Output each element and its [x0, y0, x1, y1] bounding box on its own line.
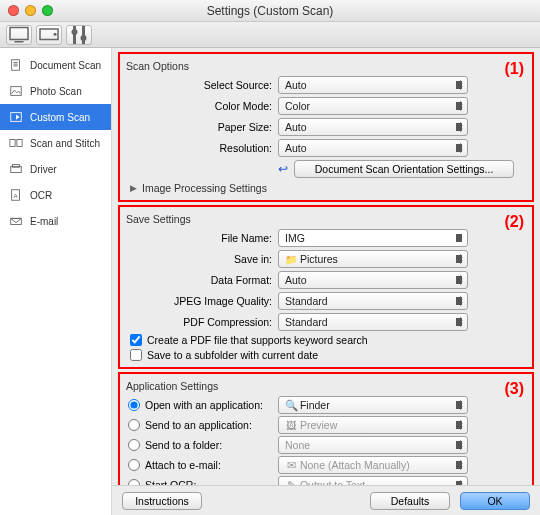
jpeg-quality-label: JPEG Image Quality: — [126, 295, 278, 307]
scan-options-group: (1) Scan Options Select Source: Auto Col… — [118, 52, 534, 202]
attach-email-label: Attach to e-mail: — [145, 459, 221, 471]
sidebar-item-label: Driver — [30, 164, 57, 175]
window-zoom-button[interactable] — [42, 5, 53, 16]
titlebar: Settings (Custom Scan) — [0, 0, 540, 22]
pdf-keyword-checkbox[interactable] — [130, 334, 142, 346]
footer: Instructions Defaults OK — [112, 485, 540, 515]
sidebar-item-scan-and-stitch[interactable]: Scan and Stitch — [0, 130, 111, 156]
photo-icon — [8, 84, 24, 98]
file-name-label: File Name: — [126, 232, 278, 244]
sidebar-item-label: OCR — [30, 190, 52, 201]
svg-point-3 — [54, 32, 57, 35]
image-processing-settings-disclosure[interactable]: ▶ Image Processing Settings — [130, 182, 526, 194]
send-to-app-label: Send to an application: — [145, 419, 252, 431]
file-name-combo[interactable]: IMG▼ — [278, 229, 468, 247]
sidebar-item-label: Custom Scan — [30, 112, 90, 123]
subfolder-label: Save to a subfolder with current date — [147, 349, 318, 361]
content-area: (1) Scan Options Select Source: Auto Col… — [112, 48, 540, 515]
sidebar-item-driver[interactable]: Driver — [0, 156, 111, 182]
color-mode-popup[interactable]: Color — [278, 97, 468, 115]
jpeg-quality-popup[interactable]: Standard — [278, 292, 468, 310]
sidebar-item-custom-scan[interactable]: Custom Scan — [0, 104, 111, 130]
color-mode-label: Color Mode: — [126, 100, 278, 112]
svg-text:A: A — [13, 192, 18, 199]
window-title: Settings (Custom Scan) — [0, 4, 540, 18]
paper-size-popup[interactable]: Auto — [278, 118, 468, 136]
sidebar-item-photo-scan[interactable]: Photo Scan — [0, 78, 111, 104]
pdf-keyword-label: Create a PDF file that supports keyword … — [147, 334, 368, 346]
section-number-1: (1) — [504, 60, 524, 78]
select-source-label: Select Source: — [126, 79, 278, 91]
svg-rect-14 — [10, 140, 15, 147]
ocr-icon: A — [8, 188, 24, 202]
custom-icon — [8, 110, 24, 124]
svg-rect-0 — [10, 27, 28, 39]
pdf-compression-popup[interactable]: Standard — [278, 313, 468, 331]
open-with-radio[interactable] — [128, 399, 140, 411]
defaults-button[interactable]: Defaults — [370, 492, 450, 510]
sidebar-item-document-scan[interactable]: Document Scan — [0, 52, 111, 78]
send-to-folder-label: Send to a folder: — [145, 439, 222, 451]
section-number-3: (3) — [504, 380, 524, 398]
attach-email-popup[interactable]: ✉ None (Attach Manually) — [278, 456, 468, 474]
pdf-compression-label: PDF Compression: — [126, 316, 278, 328]
document-scan-orientation-button[interactable]: Document Scan Orientation Settings... — [294, 160, 514, 178]
send-to-app-popup[interactable]: 🖼 Preview — [278, 416, 468, 434]
ok-button[interactable]: OK — [460, 492, 530, 510]
send-to-folder-radio[interactable] — [128, 439, 140, 451]
send-to-folder-popup[interactable]: None — [278, 436, 468, 454]
toolbar-general-tab[interactable] — [66, 25, 92, 45]
sidebar-item-label: E-mail — [30, 216, 58, 227]
open-with-popup[interactable]: 🔍 Finder — [278, 396, 468, 414]
save-in-popup[interactable]: 📁 Pictures — [278, 250, 468, 268]
stitch-icon — [8, 136, 24, 150]
save-settings-group: (2) Save Settings File Name: IMG▼ Save i… — [118, 205, 534, 369]
resolution-label: Resolution: — [126, 142, 278, 154]
sidebar-item-label: Scan and Stitch — [30, 138, 100, 149]
subfolder-checkbox[interactable] — [130, 349, 142, 361]
driver-icon — [8, 162, 24, 176]
save-settings-title: Save Settings — [126, 213, 526, 225]
open-with-label: Open with an application: — [145, 399, 263, 411]
attach-email-radio[interactable] — [128, 459, 140, 471]
toolbar-scan-from-panel-tab[interactable] — [36, 25, 62, 45]
paper-size-label: Paper Size: — [126, 121, 278, 133]
svg-rect-15 — [17, 140, 22, 147]
section-number-2: (2) — [504, 213, 524, 231]
select-source-popup[interactable]: Auto — [278, 76, 468, 94]
application-settings-title: Application Settings — [126, 380, 526, 392]
email-icon — [8, 214, 24, 228]
sidebar-item-label: Photo Scan — [30, 86, 82, 97]
svg-rect-12 — [11, 87, 22, 96]
document-icon — [8, 58, 24, 72]
instructions-button[interactable]: Instructions — [122, 492, 202, 510]
save-in-label: Save in: — [126, 253, 278, 265]
sidebar-item-email[interactable]: E-mail — [0, 208, 111, 234]
window-close-button[interactable] — [8, 5, 19, 16]
sidebar-item-ocr[interactable]: A OCR — [0, 182, 111, 208]
preview-icon: 🖼 — [285, 419, 297, 431]
svg-point-7 — [81, 35, 87, 41]
scan-options-title: Scan Options — [126, 60, 526, 72]
mail-icon: ✉ — [285, 459, 297, 471]
disclosure-triangle-icon: ▶ — [130, 183, 137, 193]
svg-rect-8 — [12, 60, 20, 71]
sidebar: Document Scan Photo Scan Custom Scan Sca… — [0, 48, 112, 515]
finder-icon: 🔍 — [285, 399, 297, 411]
send-to-app-radio[interactable] — [128, 419, 140, 431]
folder-icon: 📁 — [285, 253, 297, 265]
data-format-popup[interactable]: Auto — [278, 271, 468, 289]
toolbar-scan-from-computer-tab[interactable] — [6, 25, 32, 45]
resolution-popup[interactable]: Auto — [278, 139, 468, 157]
svg-rect-1 — [15, 41, 24, 43]
data-format-label: Data Format: — [126, 274, 278, 286]
toolbar — [0, 22, 540, 48]
sidebar-item-label: Document Scan — [30, 60, 101, 71]
reset-icon[interactable]: ↩ — [278, 162, 288, 176]
window-minimize-button[interactable] — [25, 5, 36, 16]
svg-point-6 — [72, 29, 78, 35]
